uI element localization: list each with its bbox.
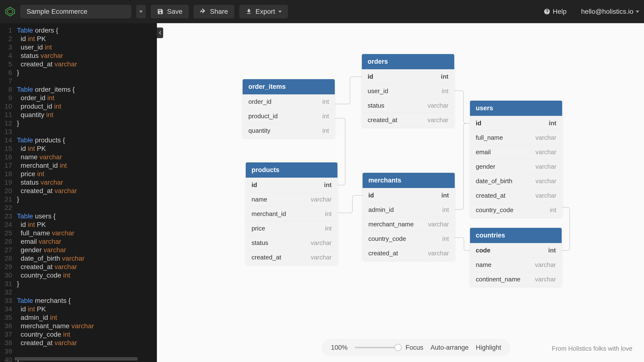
line-number: 14 — [2, 136, 17, 144]
table-row[interactable]: date_of_birthvarchar — [470, 174, 562, 188]
editor-line[interactable]: 15 id int PK — [0, 144, 157, 153]
table-row[interactable]: codeint — [470, 243, 562, 258]
table-row[interactable]: country_codeint — [362, 232, 455, 246]
table-row[interactable]: idint — [470, 116, 562, 130]
app-logo[interactable] — [5, 6, 16, 17]
auto-arrange-button[interactable]: Auto-arrange — [430, 344, 469, 352]
user-menu[interactable]: hello@holistics.io — [581, 8, 639, 16]
zoom-slider[interactable] — [355, 347, 398, 348]
share-button[interactable]: Share — [194, 5, 234, 18]
highlight-button[interactable]: Highlight — [476, 344, 501, 352]
table-row[interactable]: gendervarchar — [470, 159, 562, 174]
save-button[interactable]: Save — [150, 5, 189, 18]
table-row[interactable]: quantityint — [242, 123, 335, 138]
table-row[interactable]: idint — [362, 69, 454, 84]
editor-line[interactable]: 18 price int — [0, 170, 157, 178]
table-row[interactable]: created_atvarchar — [362, 113, 454, 127]
editor-line[interactable]: 3 user_id int — [0, 43, 157, 52]
editor-line[interactable]: 9 order_id int — [0, 94, 157, 102]
editor-line[interactable]: 24 id int PK — [0, 220, 157, 229]
editor-line[interactable]: 31} — [0, 280, 157, 288]
editor-h-scrollbar[interactable] — [14, 357, 138, 360]
editor-line[interactable]: 1Table orders { — [0, 26, 157, 34]
editor-line[interactable]: 5 created_at varchar — [0, 60, 157, 68]
table-row[interactable]: created_atvarchar — [362, 246, 455, 260]
editor-line[interactable]: 11 quantity int — [0, 110, 157, 119]
code-editor[interactable]: 1Table orders {2 id int PK3 user_id int4… — [0, 23, 157, 362]
column-name: merchant_name — [368, 220, 414, 228]
table-header[interactable]: countries — [470, 228, 562, 243]
editor-line[interactable]: 33Table merchants { — [0, 296, 157, 305]
editor-line[interactable]: 8Table order_items { — [0, 85, 157, 94]
editor-line[interactable]: 35 admin_id int — [0, 313, 157, 322]
table-products[interactable]: productsidintnamevarcharmerchant_idintpr… — [246, 162, 338, 264]
project-selector[interactable]: Sample Ecommerce — [20, 5, 131, 18]
help-link[interactable]: Help — [544, 8, 567, 16]
table-row[interactable]: namevarchar — [246, 192, 338, 206]
editor-line[interactable]: 22 — [0, 204, 157, 212]
table-merchants[interactable]: merchantsidintadmin_idintmerchant_nameva… — [362, 173, 455, 260]
diagram-canvas[interactable]: order_itemsorder_idintproduct_idintquant… — [157, 23, 644, 362]
editor-line[interactable]: 6} — [0, 68, 157, 77]
editor-line[interactable]: 12} — [0, 119, 157, 128]
editor-line[interactable]: 19 status varchar — [0, 178, 157, 186]
editor-line[interactable]: 16 name varchar — [0, 153, 157, 161]
table-row[interactable]: continent_namevarchar — [470, 272, 562, 286]
table-header[interactable]: order_items — [242, 79, 335, 94]
table-row[interactable]: statusvarchar — [362, 98, 454, 113]
table-row[interactable]: created_atvarchar — [246, 250, 338, 264]
table-row[interactable]: user_idint — [362, 84, 454, 98]
editor-line[interactable]: 32 — [0, 288, 157, 296]
table-row[interactable]: emailvarchar — [470, 145, 562, 159]
table-row[interactable]: idint — [362, 188, 455, 202]
table-row[interactable]: admin_idint — [362, 202, 455, 217]
table-row[interactable]: order_idint — [242, 94, 335, 109]
collapse-editor-toggle[interactable] — [157, 28, 163, 38]
editor-line[interactable]: 2 id int PK — [0, 34, 157, 43]
export-button[interactable]: Export — [239, 5, 288, 18]
table-row[interactable]: idint — [246, 178, 338, 192]
table-row[interactable]: full_namevarchar — [470, 130, 562, 145]
code-content: admin_id int — [17, 313, 57, 322]
editor-line[interactable]: 26 email varchar — [0, 237, 157, 246]
table-row[interactable]: priceint — [246, 221, 338, 236]
table-orders[interactable]: ordersidintuser_idintstatusvarcharcreate… — [362, 54, 454, 127]
table-users[interactable]: usersidintfull_namevarcharemailvarcharge… — [470, 101, 562, 217]
table-row[interactable]: created_atvarchar — [470, 188, 562, 203]
editor-line[interactable]: 7 — [0, 77, 157, 85]
editor-line[interactable]: 28 date_of_birth varchar — [0, 254, 157, 262]
editor-line[interactable]: 37 country_code int — [0, 330, 157, 338]
table-row[interactable]: merchant_idint — [246, 206, 338, 221]
editor-line[interactable]: 13 — [0, 128, 157, 136]
editor-line[interactable]: 21} — [0, 195, 157, 204]
editor-line[interactable]: 27 gender varchar — [0, 246, 157, 254]
editor-line[interactable]: 38 created_at varchar — [0, 338, 157, 347]
focus-button[interactable]: Focus — [406, 344, 424, 352]
editor-line[interactable]: 39 — [0, 347, 157, 356]
editor-line[interactable]: 36 merchant_name varchar — [0, 322, 157, 330]
table-order_items[interactable]: order_itemsorder_idintproduct_idintquant… — [242, 79, 335, 138]
project-dropdown-toggle[interactable] — [136, 5, 146, 18]
editor-line[interactable]: 10 product_id int — [0, 102, 157, 110]
editor-line[interactable]: 34 id int PK — [0, 305, 157, 313]
table-header[interactable]: merchants — [362, 173, 455, 188]
editor-line[interactable]: 23Table users { — [0, 212, 157, 220]
table-row[interactable]: merchant_namevarchar — [362, 217, 455, 232]
table-header[interactable]: orders — [362, 54, 454, 69]
table-header[interactable]: users — [470, 101, 562, 116]
table-countries[interactable]: countriescodeintnamevarcharcontinent_nam… — [470, 228, 562, 286]
column-name: admin_id — [368, 206, 394, 214]
editor-line[interactable]: 14Table products { — [0, 136, 157, 144]
editor-line[interactable]: 30 country_code int — [0, 271, 157, 280]
editor-line[interactable]: 4 status varchar — [0, 52, 157, 60]
editor-line[interactable]: 29 created_at varchar — [0, 262, 157, 271]
editor-line[interactable]: 25 full_name varchar — [0, 229, 157, 237]
editor-line[interactable]: 20 created_at varchar — [0, 186, 157, 195]
table-header[interactable]: products — [246, 162, 338, 178]
table-row[interactable]: product_idint — [242, 109, 335, 123]
table-row[interactable]: statusvarchar — [246, 236, 338, 250]
table-row[interactable]: country_codeint — [470, 203, 562, 217]
editor-line[interactable]: 17 merchant_id int — [0, 161, 157, 170]
zoom-knob[interactable] — [394, 344, 402, 351]
table-row[interactable]: namevarchar — [470, 258, 562, 272]
